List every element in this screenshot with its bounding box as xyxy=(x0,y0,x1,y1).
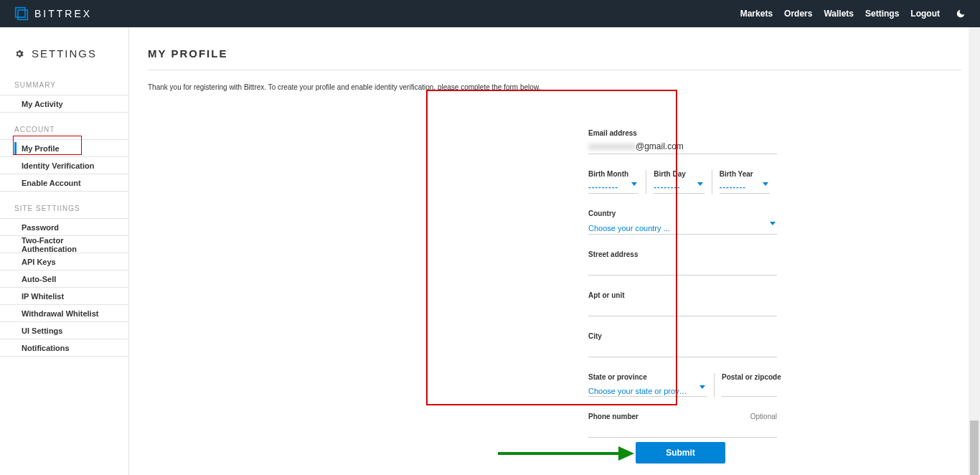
email-field[interactable]: xxxxxxxxxxxx @gmail.com xyxy=(588,138,777,154)
birth-month-select[interactable]: --------- xyxy=(588,179,639,194)
city-input[interactable] xyxy=(588,342,777,357)
birth-day-label: Birth Day xyxy=(654,170,704,178)
birth-year-select[interactable]: -------- xyxy=(720,179,770,194)
chevron-down-icon xyxy=(770,222,776,225)
brand-logo[interactable]: BITTREX xyxy=(14,6,92,21)
sidebar-item-my-profile[interactable]: My Profile xyxy=(0,140,128,157)
sidebar-item-withdrawal-whitelist[interactable]: Withdrawal Whitelist xyxy=(0,305,128,322)
sidebar-item-enable-account[interactable]: Enable Account xyxy=(0,174,128,192)
email-label: Email address xyxy=(588,129,777,137)
gear-icon xyxy=(14,49,24,59)
sidebar-item-my-activity[interactable]: My Activity xyxy=(0,95,128,113)
chevron-down-icon xyxy=(763,182,768,186)
street-label: Street address xyxy=(588,250,777,258)
sidebar-item-notifications[interactable]: Notifications xyxy=(0,339,128,357)
nav-wallets[interactable]: Wallets xyxy=(824,9,854,19)
scrollbar-thumb[interactable] xyxy=(970,420,979,475)
email-obscured: xxxxxxxxxxxx xyxy=(588,141,636,151)
page-title: MY PROFILE xyxy=(148,47,961,70)
optional-label: Optional xyxy=(750,413,777,420)
phone-input[interactable] xyxy=(588,422,777,438)
sidebar-item-api-keys[interactable]: API Keys xyxy=(0,253,128,271)
chevron-down-icon xyxy=(697,182,703,186)
state-select[interactable]: Choose your state or province ... xyxy=(588,382,707,397)
nav-markets[interactable]: Markets xyxy=(740,9,773,19)
sidebar-title: SETTINGS xyxy=(0,43,128,68)
sidebar-group-summary: SUMMARY xyxy=(0,68,128,95)
apt-label: Apt or unit xyxy=(588,291,777,299)
apt-input[interactable] xyxy=(588,301,777,316)
postal-label: Postal or zipcode xyxy=(722,373,777,381)
city-label: City xyxy=(588,332,777,340)
birth-year-label: Birth Year xyxy=(720,170,770,178)
svg-rect-1 xyxy=(18,10,27,19)
sidebar-item-auto-sell[interactable]: Auto-Sell xyxy=(0,271,128,288)
intro-text: Thank you for registering with Bittrex. … xyxy=(148,83,961,91)
country-label: Country xyxy=(588,210,777,217)
nav-settings[interactable]: Settings xyxy=(865,9,899,19)
chevron-down-icon xyxy=(631,182,637,186)
sidebar-item-password[interactable]: Password xyxy=(0,219,128,236)
phone-label: Phone number xyxy=(588,413,777,420)
sidebar-group-account: ACCOUNT xyxy=(0,113,128,140)
sidebar-group-site-settings: SITE SETTIINGS xyxy=(0,192,128,219)
sidebar-item-ui-settings[interactable]: UI Settings xyxy=(0,322,128,339)
logo-icon xyxy=(14,6,29,21)
nav-logout[interactable]: Logout xyxy=(910,9,940,19)
sidebar-item-identity-verification[interactable]: Identity Verification xyxy=(0,157,128,174)
sidebar-item-ip-whitelist[interactable]: IP Whitelist xyxy=(0,288,128,305)
postal-input[interactable] xyxy=(722,382,777,397)
brand-text: BITTREX xyxy=(34,8,92,19)
dark-mode-icon[interactable] xyxy=(956,9,966,19)
birth-month-label: Birth Month xyxy=(588,170,639,178)
scrollbar[interactable] xyxy=(969,27,980,475)
email-domain: @gmail.com xyxy=(636,141,684,151)
street-input[interactable] xyxy=(588,260,777,276)
svg-rect-0 xyxy=(16,8,25,17)
chevron-down-icon xyxy=(699,385,705,389)
country-select[interactable]: Choose your country ... xyxy=(588,219,777,235)
submit-button[interactable]: Submit xyxy=(636,442,725,464)
state-label: State or province xyxy=(588,373,707,381)
nav-orders[interactable]: Orders xyxy=(784,9,812,19)
birth-day-select[interactable]: -------- xyxy=(654,179,704,194)
sidebar-item-two-factor[interactable]: Two-Factor Authentication xyxy=(0,236,128,253)
